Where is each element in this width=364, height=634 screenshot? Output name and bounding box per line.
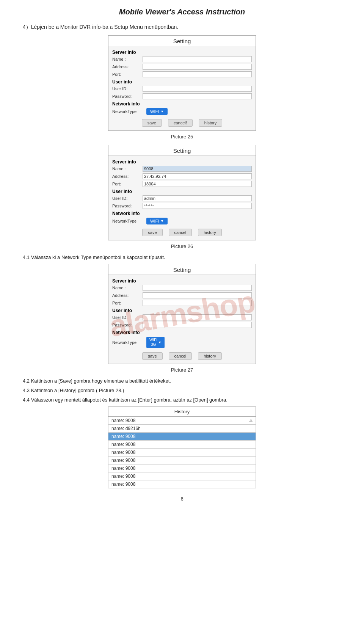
picture25-userid-label: User ID:	[112, 86, 143, 91]
history-cell: name: d9216h	[108, 425, 256, 433]
picture25-wifi-button[interactable]: WIFI ▼	[146, 108, 168, 115]
page-title: Mobile Viewer's Access Instruction	[23, 8, 341, 16]
history-up-arrow-icon: △	[249, 418, 253, 422]
picture26-name-label: Name :	[112, 166, 143, 171]
picture25-user-info: User info	[108, 78, 256, 85]
picture25-password-input[interactable]	[143, 93, 252, 99]
picture27-port-row: Port:	[108, 299, 256, 307]
picture27-password-label: Password:	[112, 323, 143, 327]
picture26-wifi-arrow-icon: ▼	[160, 219, 164, 223]
picture25-port-row: Port:	[108, 71, 256, 78]
picture25-port-label: Port:	[112, 72, 143, 77]
picture26-port-row: Port: 18004	[108, 180, 256, 188]
picture27-name-input[interactable]	[143, 285, 252, 291]
picture25-cancel-button[interactable]: cancel!	[168, 119, 193, 127]
picture27-user-info: User info	[108, 307, 256, 314]
picture27-address-label: Address:	[112, 293, 143, 298]
history-cell: name: 9008	[108, 441, 256, 449]
history-row[interactable]: name: 9008	[108, 465, 256, 472]
history-row[interactable]: name: d9216h	[108, 425, 256, 433]
history-cell: name: 9008	[108, 457, 256, 465]
picture27-userid-label: User ID:	[112, 315, 143, 320]
page-number: 6	[23, 496, 341, 502]
picture27-network-row: NetworkType WIFI 3G ▼	[108, 336, 256, 349]
picture25-title: Setting	[108, 36, 256, 46]
picture25-name-row: Name :	[108, 55, 256, 63]
picture26-address-label: Address:	[112, 174, 143, 179]
picture27-port-input[interactable]	[143, 300, 252, 306]
picture26-name-input[interactable]: 9008	[143, 166, 252, 172]
picture27-wifi-arrow-icon: ▼	[158, 341, 162, 345]
picture27-networktype-label: NetworkType	[112, 340, 146, 345]
picture27-cancel-button[interactable]: cancel	[169, 352, 192, 360]
picture25-address-label: Address:	[112, 64, 143, 69]
picture25-wifi-arrow-icon: ▼	[160, 110, 164, 113]
picture26-userid-label: User ID:	[112, 196, 143, 201]
picture27-password-input[interactable]	[143, 322, 252, 328]
picture26-cancel-button[interactable]: cancel	[169, 229, 192, 236]
picture26-address-input[interactable]: 27.42.92.74	[143, 173, 252, 179]
picture27-server-info: Server info	[108, 277, 256, 284]
history-row[interactable]: name: 9008	[108, 433, 256, 441]
picture27-name-label: Name :	[112, 286, 143, 290]
step43-text: 4.3 Kattintson a [History] gombra ( Pict…	[23, 388, 341, 393]
picture27-panel: Setting Server info Name : Address: Port…	[108, 264, 256, 364]
picture26-userid-input[interactable]: admin	[143, 195, 252, 201]
history-row[interactable]: name: 9008	[108, 472, 256, 480]
picture27-password-row: Password:	[108, 321, 256, 329]
picture25-address-row: Address:	[108, 63, 256, 71]
step42-text: 4.2 Kattintson a [Save] gombra hogy elme…	[23, 378, 341, 384]
picture26-history-button[interactable]: history	[198, 229, 221, 236]
picture27-container: alarmshop Setting Server info Name : Add…	[108, 264, 256, 364]
history-row[interactable]: name: 9008	[108, 480, 256, 488]
picture26-name-row: Name : 9008	[108, 165, 256, 173]
picture26-user-info: User info	[108, 188, 256, 195]
history-cell: name: 9008	[108, 449, 256, 457]
picture26-port-input[interactable]: 18004	[143, 181, 252, 187]
history-cell: name: 9008	[108, 472, 256, 480]
picture25-history-button[interactable]: history	[199, 119, 222, 127]
picture25-address-input[interactable]	[143, 64, 252, 70]
picture26-panel: Setting Server info Name : 9008 Address:…	[108, 145, 256, 240]
picture25-network-row: NetworkType WIFI ▼	[108, 107, 256, 116]
picture26-save-button[interactable]: save	[142, 229, 162, 236]
picture25-name-input[interactable]	[143, 56, 252, 62]
picture25-password-row: Password:	[108, 93, 256, 100]
history-row[interactable]: name: 9008	[108, 449, 256, 457]
picture27-userid-input[interactable]	[143, 314, 252, 320]
history-row[interactable]: name: 9008	[108, 457, 256, 465]
picture25-label: Picture 25	[23, 134, 341, 140]
picture26-password-label: Password:	[112, 204, 143, 208]
picture27-address-input[interactable]	[143, 292, 252, 298]
history-row[interactable]: name: 9008	[108, 441, 256, 449]
picture25-userid-input[interactable]	[143, 86, 252, 92]
history-cell: name: 9008	[108, 465, 256, 472]
step41-text: 4.1 Válassza ki a Network Type menüpontb…	[23, 254, 341, 260]
picture25-password-label: Password:	[112, 94, 143, 99]
picture26-wifi-button[interactable]: WIFI ▼	[146, 218, 168, 224]
picture27-name-row: Name :	[108, 284, 256, 292]
picture26-port-label: Port:	[112, 182, 143, 186]
picture26-title: Setting	[108, 145, 256, 156]
history-cell: name: 9008△	[108, 417, 256, 425]
history-title: History	[108, 407, 256, 417]
step44-text: 4.4 Válasszon egy mentett állapotot és k…	[23, 397, 341, 403]
picture25-port-input[interactable]	[143, 71, 252, 77]
picture26-network-info: Network info	[108, 210, 256, 217]
step4-text: 4）Lépjen be a Monitor DVR info-ba a Setu…	[23, 24, 341, 31]
history-table: History name: 9008△name: d9216hname: 900…	[108, 406, 256, 488]
picture26-password-input[interactable]: ******	[143, 203, 252, 209]
picture26-label: Picture 26	[23, 243, 341, 249]
picture26-server-info: Server info	[108, 158, 256, 165]
picture27-network-info: Network info	[108, 329, 256, 336]
picture27-wifi-3g-button[interactable]: WIFI 3G ▼	[146, 337, 165, 348]
picture27-history-button[interactable]: history	[198, 352, 221, 360]
picture25-networktype-label: NetworkType	[112, 109, 146, 114]
picture26-action-row: save cancel history	[108, 229, 256, 236]
history-row[interactable]: name: 9008△	[108, 417, 256, 425]
picture25-panel: Setting Server info Name : Address: Port…	[108, 35, 256, 131]
picture26-password-row: Password: ******	[108, 202, 256, 210]
picture25-save-button[interactable]: save	[142, 119, 162, 127]
picture25-name-label: Name :	[112, 57, 143, 61]
picture27-save-button[interactable]: save	[142, 352, 162, 360]
